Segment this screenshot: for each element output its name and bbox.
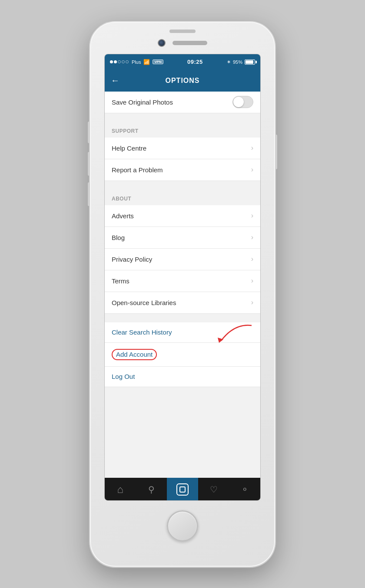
clear-search-history-label: Clear Search History [112, 328, 172, 336]
phone-frame: Plus 📶 VPN 09:25 ∗ 95% ← OPTIONS [89, 21, 276, 568]
chevron-icon-report: › [251, 166, 253, 174]
terms-row[interactable]: Terms › [105, 270, 260, 292]
wifi-icon: 📶 [143, 59, 150, 65]
chevron-icon-opensource: › [251, 299, 253, 306]
vpn-badge: VPN [153, 59, 163, 64]
navigation-header: ← OPTIONS [105, 70, 260, 92]
chevron-icon-help: › [251, 144, 253, 152]
chevron-icon-privacy: › [251, 255, 253, 263]
settings-list: Save Original Photos SUPPORT Help Centre… [105, 92, 260, 387]
profile-icon: ⚬ [241, 484, 249, 495]
battery-fill [246, 60, 253, 64]
time-display: 09:25 [187, 59, 203, 65]
home-button-area [90, 501, 275, 549]
signal-dot-4 [122, 60, 125, 63]
battery-percent: 95% [233, 59, 242, 65]
battery-indicator [245, 59, 255, 65]
camera-icon-inner [179, 486, 186, 493]
screen: Plus 📶 VPN 09:25 ∗ 95% ← OPTIONS [104, 54, 261, 501]
add-account-label: Add Account [116, 351, 153, 358]
support-section-header: SUPPORT [105, 122, 260, 138]
status-bar: Plus 📶 VPN 09:25 ∗ 95% [105, 54, 260, 70]
divider-before-about [105, 181, 260, 190]
signal-dot-1 [110, 60, 113, 63]
home-button[interactable] [167, 510, 198, 542]
save-photos-row[interactable]: Save Original Photos [105, 92, 260, 113]
camera-row [158, 39, 207, 47]
chevron-icon-terms: › [251, 277, 253, 285]
privacy-policy-label: Privacy Policy [112, 256, 152, 263]
log-out-label: Log Out [112, 373, 135, 380]
divider-before-support [105, 113, 260, 122]
phone-top [90, 22, 275, 54]
earpiece [173, 41, 207, 45]
front-camera [158, 39, 166, 47]
open-source-label: Open-source Libraries [112, 299, 176, 306]
back-button[interactable]: ← [111, 76, 119, 85]
blog-row[interactable]: Blog › [105, 227, 260, 249]
tab-heart[interactable]: ♡ [198, 478, 229, 501]
log-out-row[interactable]: Log Out [105, 367, 260, 387]
open-source-row[interactable]: Open-source Libraries › [105, 292, 260, 314]
tab-search[interactable]: ⚲ [136, 478, 167, 501]
report-problem-row[interactable]: Report a Problem › [105, 159, 260, 181]
adverts-label: Adverts [112, 212, 134, 220]
tab-camera[interactable] [167, 478, 198, 501]
report-problem-label: Report a Problem [112, 166, 163, 174]
settings-content: Save Original Photos SUPPORT Help Centre… [105, 92, 260, 478]
heart-icon: ♡ [210, 484, 218, 495]
toggle-knob [233, 97, 244, 107]
terms-label: Terms [112, 277, 129, 285]
help-centre-label: Help Centre [112, 145, 146, 152]
volume-down-button [88, 182, 90, 206]
status-left: Plus 📶 VPN [110, 59, 163, 65]
signal-dot-2 [114, 60, 117, 63]
camera-icon [176, 483, 189, 496]
volume-up-button [88, 152, 90, 176]
tab-home[interactable]: ⌂ [105, 478, 136, 501]
signal-dot-3 [118, 60, 121, 63]
add-account-circle: Add Account [112, 349, 157, 360]
page-title: OPTIONS [112, 77, 253, 85]
add-account-row[interactable]: Add Account [105, 343, 260, 367]
status-right: ∗ 95% [227, 59, 255, 65]
chevron-icon-blog: › [251, 233, 253, 241]
bluetooth-icon: ∗ [227, 59, 231, 65]
save-photos-toggle[interactable] [232, 96, 253, 108]
search-icon: ⚲ [148, 484, 155, 495]
privacy-policy-row[interactable]: Privacy Policy › [105, 249, 260, 270]
save-photos-toggle-container [232, 96, 253, 108]
about-section-header: ABOUT [105, 190, 260, 205]
annotation-arrow [208, 321, 256, 347]
chevron-icon-adverts: › [251, 212, 253, 220]
help-centre-row[interactable]: Help Centre › [105, 138, 260, 159]
home-icon: ⌂ [117, 483, 124, 496]
battery-bar [245, 59, 255, 65]
carrier-name: Plus [132, 59, 141, 65]
signal-dot-5 [126, 60, 129, 63]
blog-label: Blog [112, 234, 125, 241]
adverts-row[interactable]: Adverts › [105, 205, 260, 227]
tab-bar: ⌂ ⚲ ♡ ⚬ [105, 478, 260, 501]
save-photos-label: Save Original Photos [112, 99, 173, 106]
speaker [169, 30, 196, 33]
signal-strength [110, 60, 129, 63]
tab-profile[interactable]: ⚬ [229, 478, 260, 501]
